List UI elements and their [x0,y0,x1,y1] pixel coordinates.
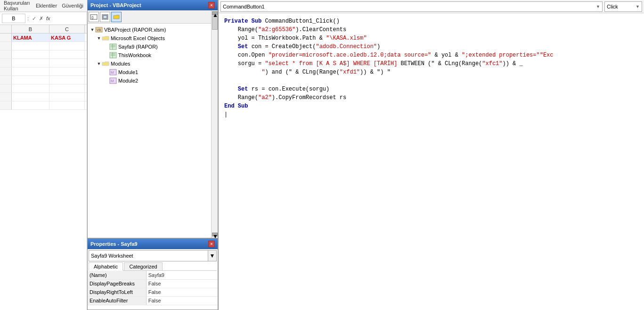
project-panel-toolbar: {} [88,10,218,24]
tree-icon-folder-excel [102,35,109,42]
code-line-5: con.Open "provider=microsoft.ace.oledb.1… [224,51,638,59]
column-headers: B C [0,25,87,34]
code-line-cursor: | [224,110,638,119]
tree-label-thisworkbook: ThisWorkbook [118,52,151,58]
code-line-10: Range("a2").CopyFromRecordset rs [224,93,638,102]
code-line-4: Set con = CreateObject("adodb.Connection… [224,42,638,51]
properties-table: (Name) Sayfa9 DisplayPageBreaks False Di… [88,271,218,305]
code-line-11: End Sub [224,102,638,110]
tree-item-module1[interactable]: ▷ M Module1 [90,68,209,76]
tree-label-excel-objects: Microsoft Excel Objects [111,35,165,41]
menu-item-eklentiler[interactable]: Eklentiler [36,3,57,8]
properties-dropdown[interactable]: Sayfa9 Worksheet ▼ [89,250,217,261]
code-line-6: sorgu = "select * from [K A S A$] WHERE … [224,59,638,68]
tree-root-vbaproject[interactable]: ▼ VB VBAProject (RAPOR.xlsm) [90,25,209,34]
tree-icon-thisworkbook [109,52,117,59]
tree-icon-sayfa9 [109,43,117,50]
excel-row-2 [0,42,87,50]
code-fn-click: CommandButton1_Click() [265,17,339,25]
tree-item-modules[interactable]: ▼ Modules [90,59,209,68]
row-num-header [0,25,12,33]
excel-row-6 [0,76,87,84]
object-dropdown[interactable]: CommandButton1 ▼ [220,1,603,12]
svg-text:M: M [111,79,114,83]
tree-label-modules: Modules [111,61,130,67]
properties-panel-title: Properties - Sayfa9 [90,241,138,247]
check-icon: ✓ [31,16,38,22]
formula-separator: : [25,16,31,21]
toolbar-view-object-btn[interactable] [100,12,110,22]
prop-value-displaypagebreaks[interactable]: False [146,279,218,288]
cell-klama[interactable]: KLAMA [12,34,49,42]
col-c-header: C [49,25,85,33]
excel-row-header: KLAMA KASA G [0,34,87,42]
prop-row-name: (Name) Sayfa9 [88,271,218,279]
tree-label-sayfa9: Sayfa9 (RAPOR) [118,44,158,50]
row-num-1 [0,34,12,42]
scroll-down-arrow[interactable]: ▼ [212,233,218,236]
tree-item-thisworkbook[interactable]: ▷ ThisWorkbook [90,51,209,59]
menu-item-guvenlik[interactable]: Güvenliği [62,3,83,8]
code-line-1: Private Sub CommandButton1_Click() [224,17,638,25]
project-panel: Project - VBAProject × ▲ ▼ {} ▼ VB VBAPr… [87,0,218,238]
prop-row-displayrighttoleft: DisplayRightToLeft False [88,288,218,296]
excel-row-4 [0,59,87,67]
props-tab-categorized[interactable]: Categorized [124,262,162,270]
code-line-blank [224,76,638,85]
project-tree: ▼ VB VBAProject (RAPOR.xlsm) ▼ Microsoft… [88,24,218,87]
tree-item-sayfa9[interactable]: ▷ Sayfa9 (RAPOR) [90,42,209,51]
excel-row-3 [0,50,87,59]
prop-label-name: (Name) [88,271,146,279]
toolbar-view-code-btn[interactable]: {} [89,12,99,22]
event-dropdown-value: Click [607,4,618,9]
props-tab-alphabetic[interactable]: Alphabetic [89,262,123,271]
tree-item-excel-objects[interactable]: ▼ Microsoft Excel Objects [90,34,209,42]
scroll-up-arrow[interactable]: ▲ [212,11,218,15]
prop-row-enableautofilter: EnableAutoFilter False [88,296,218,305]
project-panel-title: Project - VBAProject [90,2,141,8]
svg-text:M: M [111,70,114,75]
menu-item-basvurular[interactable]: Başvuruları Kullan [4,0,31,11]
code-editor: CommandButton1 ▼ Click ▼ Private Sub Com… [218,0,644,310]
project-panel-scrollbar[interactable]: ▲ ▼ [211,10,218,238]
code-line-2: Range("a2:g65536").ClearContents [224,25,638,34]
tree-icon-folder-modules [102,60,109,67]
prop-label-enableautofilter: EnableAutoFilter [88,296,146,305]
prop-value-name[interactable]: Sayfa9 [146,271,218,279]
object-dropdown-arrow: ▼ [596,4,600,9]
code-area[interactable]: Private Sub CommandButton1_Click() Range… [219,13,644,310]
event-dropdown-arrow: ▼ [636,4,640,9]
code-line-9: Set rs = con.Execute(sorgu) [224,85,638,93]
properties-panel-titlebar: Properties - Sayfa9 × [88,239,218,249]
tree-expander-excel-objects: ▼ [96,36,102,41]
prop-value-enableautofilter[interactable]: False [146,296,218,305]
tree-icon-root: VB [95,26,103,33]
properties-panel-close-btn[interactable]: × [208,241,215,247]
svg-text:VB: VB [97,28,101,32]
cross-icon: ✗ [38,16,45,22]
toolbar-toggle-folders-btn[interactable] [111,12,122,22]
cell-kasa-g[interactable]: KASA G [49,34,85,42]
prop-value-displayrighttoleft[interactable]: False [146,288,218,296]
project-panel-close-btn[interactable]: × [208,2,215,8]
excel-row-5 [0,67,87,76]
empty-cells [0,42,87,110]
excel-row-7 [0,84,87,93]
tree-item-module2[interactable]: ▷ M Module2 [90,76,209,85]
fx-icon: fx [45,16,52,21]
excel-panel: Başvuruları Kullan Eklentiler Güvenliği … [0,0,87,310]
tree-label-module2: Module2 [118,78,138,84]
prop-row-displaypagebreaks: DisplayPageBreaks False [88,279,218,288]
cell-reference-box[interactable] [2,14,25,23]
properties-dropdown-arrow[interactable]: ▼ [208,251,216,261]
project-panel-titlebar: Project - VBAProject × [88,0,218,10]
svg-text:{}: {} [91,16,94,19]
tree-label-module1: Module1 [118,69,138,75]
code-editor-toolbar: CommandButton1 ▼ Click ▼ [219,0,644,13]
properties-dropdown-text: Sayfa9 Worksheet [89,251,208,261]
tree-label-vbaproject: VBAProject (RAPOR.xlsm) [104,27,166,33]
excel-menu: Başvuruları Kullan Eklentiler Güvenliği [0,0,87,12]
properties-tabs: Alphabetic Categorized [89,262,217,271]
code-keyword-private-sub: Private Sub [224,17,265,25]
event-dropdown[interactable]: Click ▼ [604,1,642,12]
